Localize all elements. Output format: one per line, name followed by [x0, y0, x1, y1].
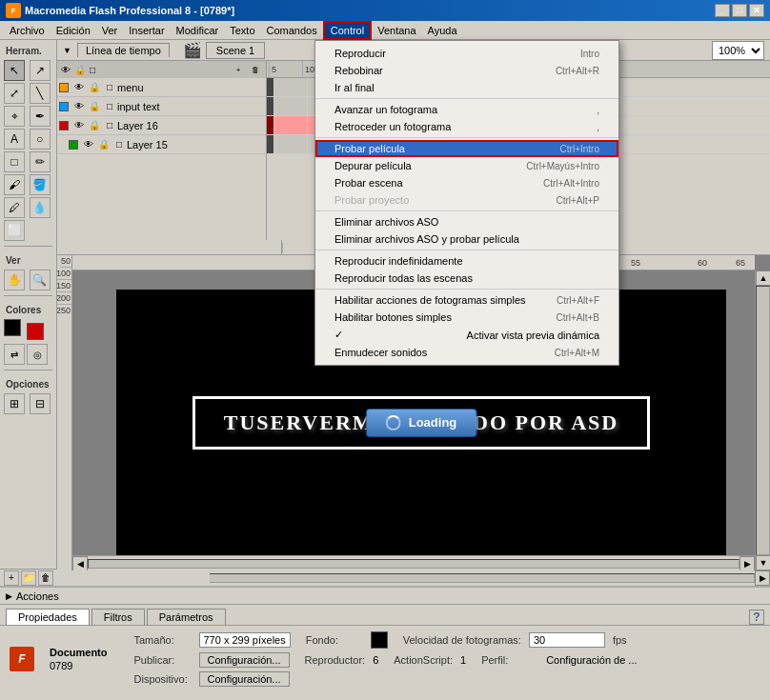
menu-probar-pelicula[interactable]: Probar película Ctrl+Intro	[315, 140, 618, 157]
layer-row-input[interactable]: 👁 🔒 □ input text	[57, 97, 266, 116]
menu-insertar[interactable]: Insertar	[123, 23, 170, 38]
frame-cell-menu-1[interactable]	[267, 78, 274, 96]
menu-rebobinar[interactable]: Rebobinar Ctrl+Alt+R	[315, 62, 618, 79]
paint-bucket-tool[interactable]: 🪣	[30, 174, 51, 195]
frame-cell-input-1[interactable]	[267, 97, 274, 115]
select-tool[interactable]: ↖	[4, 60, 25, 81]
timeline-collapse[interactable]: ▼	[63, 46, 71, 55]
scroll-up-btn[interactable]: ▲	[756, 270, 770, 286]
scroll-left-btn[interactable]: ◀	[72, 556, 88, 571]
menu-texto[interactable]: Texto	[224, 23, 260, 38]
menu-ventana[interactable]: Ventana	[372, 23, 421, 38]
menu-reproducir[interactable]: Reproducir Intro	[315, 45, 618, 62]
menu-edicion[interactable]: Edición	[51, 23, 96, 38]
menu-probar-escena[interactable]: Probar escena Ctrl+Alt+Intro	[315, 174, 618, 191]
layer-row-16[interactable]: 👁 🔒 □ Layer 16	[57, 116, 266, 135]
layer-row-menu[interactable]: 👁 🔒 □ menu	[57, 78, 266, 97]
option-1[interactable]: ⊞	[4, 393, 25, 414]
tab-propiedades[interactable]: Propiedades	[6, 609, 90, 625]
help-icon[interactable]: ?	[749, 610, 764, 625]
swap-colors-btn[interactable]: ⇄	[4, 344, 25, 365]
layer-eye-16[interactable]: 👁	[72, 119, 86, 132]
layer-lock-16[interactable]: 🔒	[88, 119, 101, 132]
dropper-tool[interactable]: 💧	[30, 197, 51, 218]
minimize-button[interactable]: _	[715, 4, 730, 17]
frame-cell-16-2[interactable]	[274, 116, 308, 134]
window-controls[interactable]: _ □ ✕	[715, 4, 764, 17]
ink-bottle-tool[interactable]: 🖊	[4, 197, 25, 218]
tab-filtros[interactable]: Filtros	[91, 609, 145, 625]
menu-archivo[interactable]: Archivo	[4, 23, 51, 38]
add-layer-btn[interactable]: +	[232, 63, 245, 76]
frame-cell-15-1[interactable]	[267, 135, 274, 153]
zoom-select[interactable]: 100%	[712, 41, 764, 60]
menu-ver[interactable]: Ver	[96, 23, 124, 38]
layer-lock-15[interactable]: 🔒	[97, 138, 111, 151]
scroll-h-track[interactable]	[88, 559, 740, 569]
device-config-btn[interactable]: Configuración...	[199, 671, 290, 687]
menu-eliminar-aso-probar[interactable]: Eliminar archivos ASO y probar película	[315, 230, 618, 248]
scroll-down-btn[interactable]: ▼	[756, 555, 770, 570]
tab-parametros[interactable]: Parámetros	[147, 609, 226, 625]
frame-cell-16-1[interactable]	[267, 116, 274, 134]
layer-outline-16[interactable]: □	[103, 119, 116, 132]
restore-button[interactable]: □	[732, 4, 747, 17]
subselect-tool[interactable]: ↗	[30, 60, 51, 81]
menu-control[interactable]: Control	[323, 21, 372, 40]
scroll-right-btn[interactable]: ▶	[740, 556, 755, 571]
config-btn[interactable]: Configuración...	[199, 652, 290, 668]
acciones-arrow-icon[interactable]: ▶	[6, 591, 12, 601]
scene-tab[interactable]: Scene 1	[206, 42, 265, 59]
oval-tool[interactable]: ○	[30, 129, 51, 150]
frame-cell-input-2[interactable]	[274, 97, 308, 115]
close-button[interactable]: ✕	[749, 4, 764, 17]
menu-reproducir-indefinidamente[interactable]: Reproducir indefinidamente	[315, 252, 618, 270]
menu-ayuda[interactable]: Ayuda	[422, 23, 463, 38]
layer-outline-input[interactable]: □	[103, 100, 116, 113]
pen-tool[interactable]: ✒	[30, 106, 51, 127]
menu-ir-al-final[interactable]: Ir al final	[315, 79, 618, 96]
hand-tool[interactable]: ✋	[4, 270, 25, 290]
layer-lock-menu[interactable]: 🔒	[88, 81, 101, 94]
menu-activar-vista-previa[interactable]: ✓ Activar vista previa dinámica	[315, 326, 618, 344]
eraser-tool[interactable]: ⬜	[4, 220, 25, 241]
frame-cell-menu-2[interactable]	[274, 78, 308, 96]
menu-habilitar-botones[interactable]: Habilitar botones simples Ctrl+Alt+B	[315, 309, 618, 326]
frame-cell-15-2[interactable]	[274, 135, 308, 153]
brush-tool[interactable]: 🖌	[4, 174, 25, 195]
lasso-tool[interactable]: ⌖	[4, 106, 25, 127]
layer-eye-menu[interactable]: 👁	[72, 81, 86, 94]
delete-layer-btn[interactable]: 🗑	[249, 63, 262, 76]
scroll-v-track[interactable]	[756, 286, 770, 555]
layer-outline-15[interactable]: □	[112, 138, 126, 151]
menu-eliminar-aso[interactable]: Eliminar archivos ASO	[315, 213, 618, 230]
default-colors-btn[interactable]: ◎	[27, 344, 48, 365]
layer-lock-input[interactable]: 🔒	[88, 100, 101, 113]
pencil-tool[interactable]: ✏	[30, 151, 51, 172]
layer-eye-input[interactable]: 👁	[72, 100, 86, 113]
text-tool[interactable]: A	[4, 129, 25, 150]
zoom-tool[interactable]: 🔍	[30, 270, 51, 290]
layer-row-15[interactable]: 👁 🔒 □ Layer 15	[57, 135, 266, 154]
app-icon: F	[6, 3, 21, 18]
line-tool[interactable]: ╲	[30, 83, 51, 104]
menu-modificar[interactable]: Modificar	[171, 23, 225, 38]
layer-outline-menu[interactable]: □	[103, 81, 116, 94]
menu-avanzar-fotograma[interactable]: Avanzar un fotograma ,	[315, 101, 618, 118]
title-text: Macromedia Flash Professional 8 - [0789*…	[25, 5, 715, 16]
stage-scroll-right[interactable]: ▶	[755, 570, 770, 586]
menu-habilitar-acciones[interactable]: Habilitar acciones de fotogramas simples…	[315, 291, 618, 309]
transform-tool[interactable]: ⤢	[4, 83, 25, 104]
menu-reproducir-todas-escenas[interactable]: Reproducir todas las escenas	[315, 270, 618, 287]
fill-color-swatch[interactable]	[27, 323, 44, 340]
menu-depurar-pelicula[interactable]: Depurar película Ctrl+Mayús+Intro	[315, 157, 618, 174]
menu-enmudecer-sonidos[interactable]: Enmudecer sonidos Ctrl+Alt+M	[315, 344, 618, 361]
timeline-tab[interactable]: Línea de tiempo	[77, 43, 170, 57]
menu-comandos[interactable]: Comandos	[261, 23, 323, 38]
rect-tool[interactable]: □	[4, 151, 25, 172]
option-2[interactable]: ⊟	[30, 393, 51, 414]
menu-retroceder-fotograma[interactable]: Retroceder un fotograma ,	[315, 118, 618, 135]
layer-eye-15[interactable]: 👁	[82, 138, 95, 151]
bg-color-swatch[interactable]	[371, 631, 388, 649]
stroke-color-swatch[interactable]	[4, 319, 21, 336]
